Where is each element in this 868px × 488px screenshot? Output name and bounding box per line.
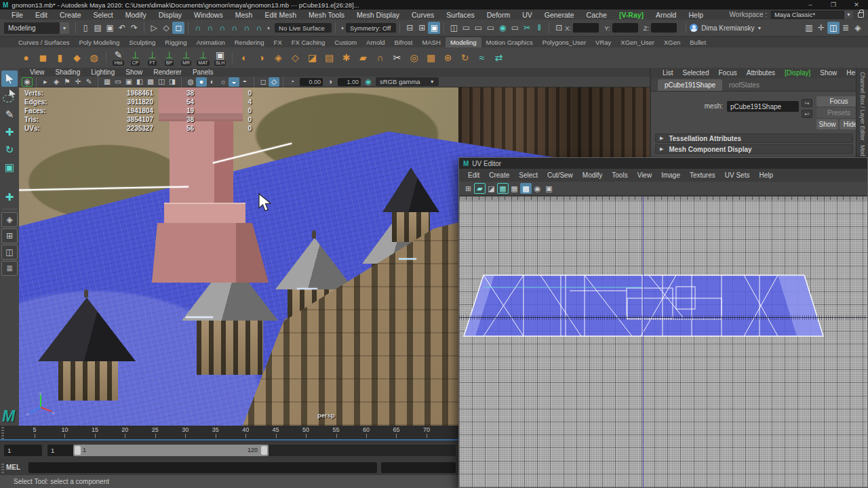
attribute-editor-menu-item[interactable]: [Display] — [780, 69, 815, 77]
transfer-attributes-icon[interactable]: ⇄ — [490, 49, 507, 67]
frame-tick[interactable]: 35 — [208, 426, 223, 433]
field-chart-icon[interactable]: ▩ — [145, 77, 156, 87]
viewport-menu-item[interactable]: Shading — [50, 68, 86, 76]
shelf-tab[interactable]: Modeling — [446, 37, 481, 47]
modeling-toolkit-strip-label[interactable]: Mod — [859, 145, 866, 157]
range-slider-track[interactable]: 1 120 — [73, 445, 456, 456]
new-scene-icon[interactable]: ▯ — [79, 22, 92, 34]
select-tool-icon[interactable] — [1, 70, 18, 87]
uv-editor-menu-item[interactable]: UV Sets — [720, 171, 755, 179]
viewport-menu-item[interactable]: Panels — [187, 68, 219, 76]
tab-roofslates[interactable]: roofSlates — [722, 79, 766, 91]
camera-icon[interactable]: ▸ — [40, 77, 51, 87]
select-component-icon[interactable]: ◻ — [172, 22, 184, 34]
show-input-icon[interactable]: ↪ — [802, 99, 812, 107]
output-connections-icon[interactable]: ⊞ — [416, 22, 428, 34]
symmetry-field[interactable]: Symmetry: Off — [346, 23, 396, 33]
frame-tick[interactable]: 50 — [298, 426, 313, 433]
select-object-icon[interactable]: ◇ — [160, 22, 172, 34]
frame-tick[interactable]: 70 — [419, 426, 434, 433]
sidebar-strip[interactable]: Channel Box / Layer Editor Mod — [856, 68, 868, 157]
uv-editor-menu-item[interactable]: Textures — [685, 171, 720, 179]
match-all-transforms-icon[interactable]: ⊥MAT — [195, 49, 212, 67]
shelf-tab[interactable]: VRay — [591, 37, 616, 47]
match-rotation-icon[interactable]: ⊥MR — [178, 49, 195, 67]
shelf-tab[interactable]: Bullet — [685, 37, 711, 47]
image-plane-icon[interactable]: ⚑ — [62, 77, 73, 87]
shelf-tab[interactable]: Animation — [191, 37, 229, 47]
bevel-icon[interactable]: ▰ — [355, 49, 372, 67]
layout-two-pane-icon[interactable]: ◫ — [1, 245, 18, 260]
presets-button[interactable]: Presets — [816, 108, 861, 118]
menu-item[interactable]: Help — [682, 11, 709, 19]
shelf-tab[interactable]: Rigging — [160, 37, 191, 47]
separate-icon[interactable]: ◇ — [287, 49, 304, 67]
uv-shell[interactable] — [459, 197, 867, 487]
pan-zoom-icon[interactable]: ✛ — [73, 77, 83, 87]
scissors-icon[interactable]: ✂ — [521, 22, 533, 34]
current-frame-field[interactable]: 1 — [4, 445, 42, 456]
uv-editor-menu-item[interactable]: Help — [754, 171, 778, 179]
multi-cut-icon[interactable]: ✂ — [389, 49, 406, 67]
center-pivot-icon[interactable]: ⊥CP — [127, 49, 144, 67]
maximize-button[interactable]: ❐ — [822, 1, 845, 8]
timeline-grip[interactable] — [1, 427, 4, 439]
menu-item[interactable]: Mesh Tools — [302, 11, 351, 19]
frame-tick[interactable]: 55 — [329, 426, 344, 433]
view-transform-icon[interactable]: ◉ — [363, 77, 374, 87]
viewport-menu-item[interactable]: Lighting — [85, 68, 120, 76]
sculpt-icon[interactable]: ≈ — [473, 49, 490, 67]
spin-edge-icon[interactable]: ↻ — [456, 49, 473, 67]
menu-item[interactable]: Curves — [406, 11, 440, 19]
bake-pivot-icon[interactable]: ⊥BP — [161, 49, 178, 67]
colorspace-select[interactable]: sRGB gamma ▼ — [376, 77, 439, 86]
viewport-menu-item[interactable]: View — [24, 68, 50, 76]
layout-single-pane-icon[interactable]: ◈ — [1, 212, 18, 227]
make-live-icon[interactable]: ∩ — [253, 22, 265, 34]
paint-effects-icon[interactable]: ▭ — [509, 22, 521, 34]
mirror-icon[interactable]: ◐ — [236, 49, 253, 67]
channel-box-toggle-icon[interactable]: ◈ — [852, 22, 864, 34]
lasso-select-tool-icon[interactable] — [1, 88, 18, 104]
open-render-view-icon[interactable]: ◫ — [448, 22, 460, 34]
menu-item[interactable]: Surfaces — [440, 11, 480, 19]
mesh-name-field[interactable]: pCube191Shape — [727, 101, 799, 112]
frame-tick[interactable]: 25 — [148, 426, 163, 433]
uv-texture-borders-icon[interactable]: ◪ — [486, 183, 497, 194]
display-globals-icon[interactable]: ◉ — [496, 22, 509, 34]
target-weld-icon[interactable]: ◎ — [406, 49, 422, 67]
time-slider[interactable]: 510152025303540455055606570 — [0, 426, 458, 441]
menu-item[interactable]: Edit — [29, 11, 54, 19]
scale-tool-icon[interactable]: ▣ — [1, 159, 18, 175]
close-button[interactable]: ✕ — [845, 1, 868, 8]
pause-viewport-icon[interactable]: ‖ — [533, 22, 545, 34]
open-scene-icon[interactable]: ▤ — [92, 22, 104, 34]
undo-icon[interactable]: ↶ — [116, 22, 128, 34]
duplicate-face-icon[interactable]: ▤ — [321, 49, 338, 67]
channel-box-strip-label[interactable]: Channel Box / Layer Editor — [859, 72, 866, 141]
textured-icon[interactable]: ◐ — [207, 77, 218, 87]
gate-mask-icon[interactable]: ◧ — [134, 77, 145, 87]
window-title-bar[interactable]: M gnomon13.mb* - Autodesk Maya 2020: C:\… — [0, 0, 868, 9]
safe-title-icon[interactable]: ◨ — [167, 77, 178, 87]
section-mesh-component-display[interactable]: ▶ Mesh Component Display — [655, 144, 853, 154]
shelf-tab[interactable]: FX Caching — [287, 37, 330, 47]
frame-tick[interactable]: 40 — [238, 426, 253, 433]
shelf-tab[interactable]: Poly Modeling — [75, 37, 125, 47]
snap-curve-icon[interactable]: ∩ — [204, 22, 216, 34]
uv-distortion-icon[interactable]: ⊞ — [462, 183, 474, 194]
x-input[interactable] — [573, 23, 599, 33]
attribute-editor-menu-item[interactable]: Focus — [713, 69, 741, 77]
uv-editor-menu-item[interactable]: Image — [656, 171, 685, 179]
uv-editor-menu-item[interactable]: Select — [514, 171, 542, 179]
construction-history-icon[interactable]: ▣ — [428, 22, 440, 34]
wireframe-icon[interactable]: ◍ — [185, 77, 196, 87]
menu-item[interactable]: Modify — [119, 11, 153, 19]
isolate-select-icon[interactable]: ◻ — [258, 77, 269, 87]
shelf-tab[interactable]: Arnold — [361, 37, 389, 47]
y-input[interactable] — [612, 23, 638, 33]
shelf-tab[interactable]: XGen — [659, 37, 685, 47]
snap-view-plane-icon[interactable]: ∩ — [241, 22, 253, 34]
gamma-icon[interactable]: ◑ — [325, 77, 336, 87]
frame-tick[interactable]: 60 — [359, 426, 374, 433]
